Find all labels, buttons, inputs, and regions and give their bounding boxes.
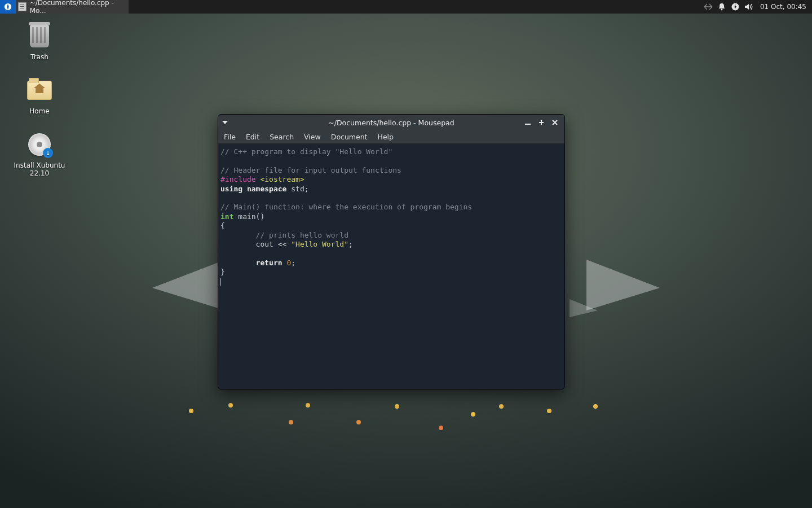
desktop-icon-trash[interactable]: Trash — [6, 23, 73, 61]
window-maximize-button[interactable] — [537, 119, 545, 126]
svg-point-1 — [721, 9, 723, 11]
trash-icon — [30, 25, 49, 47]
window-close-button[interactable] — [551, 119, 559, 126]
taskbar-item-mousepad[interactable]: ~/Documents/hello.cpp - Mo... — [16, 0, 129, 14]
window-minimize-button[interactable] — [524, 119, 532, 126]
desktop-icon-install[interactable]: ↓ Install Xubuntu 22.10 — [6, 131, 73, 177]
menu-file[interactable]: File — [224, 133, 236, 141]
network-icon[interactable] — [704, 2, 713, 11]
desktop-icon-home[interactable]: Home — [6, 77, 73, 115]
wallpaper-dot — [499, 404, 504, 409]
wallpaper-dot — [593, 404, 598, 409]
wallpaper-dots — [0, 395, 812, 440]
menubar: File Edit Search View Document Help — [218, 130, 564, 144]
window-titlebar[interactable]: ~/Documents/hello.cpp - Mousepad — [218, 115, 564, 130]
wallpaper-dot — [289, 420, 293, 424]
disc-icon: ↓ — [28, 133, 51, 156]
menu-help[interactable]: Help — [378, 133, 394, 141]
taskbar-item-label: ~/Documents/hello.cpp - Mo... — [30, 0, 123, 15]
wallpaper-dot — [471, 412, 475, 417]
download-badge-icon: ↓ — [43, 148, 53, 158]
folder-icon — [27, 81, 52, 100]
wallpaper-dot — [189, 409, 193, 413]
panel-clock[interactable]: 01 Oct, 00:45 — [758, 3, 806, 11]
wallpaper-dot — [439, 426, 443, 430]
menu-edit[interactable]: Edit — [246, 133, 259, 141]
desktop-icon-label: Trash — [30, 53, 48, 61]
window-menu-icon[interactable] — [218, 121, 232, 124]
window-title: ~/Documents/hello.cpp - Mousepad — [218, 119, 564, 127]
top-panel: ~/Documents/hello.cpp - Mo... 01 Oct, 00… — [0, 0, 812, 14]
wallpaper-dot — [395, 404, 399, 409]
notifications-icon[interactable] — [717, 2, 726, 11]
wallpaper-dot — [547, 409, 551, 413]
menu-search[interactable]: Search — [270, 133, 294, 141]
menu-document[interactable]: Document — [331, 133, 368, 141]
power-manager-icon[interactable] — [731, 2, 740, 11]
volume-icon[interactable] — [744, 2, 753, 11]
wallpaper-dot — [228, 403, 233, 408]
svg-rect-3 — [525, 124, 531, 125]
text-cursor — [220, 278, 221, 286]
desktop-icon-label: Install Xubuntu 22.10 — [14, 161, 65, 177]
wallpaper-dot — [306, 403, 310, 408]
wallpaper-dot — [356, 420, 361, 424]
text-editor-icon — [18, 2, 27, 11]
desktop-icons: Trash Home ↓ Install Xubuntu 22.10 — [6, 23, 73, 177]
desktop-icon-label: Home — [29, 107, 49, 115]
wallpaper-shape — [152, 260, 226, 310]
editor-textarea[interactable]: // C++ program to display "Hello World" … — [218, 144, 564, 389]
mousepad-window: ~/Documents/hello.cpp - Mousepad File Ed… — [218, 114, 565, 389]
applications-menu-button[interactable] — [0, 0, 16, 14]
menu-view[interactable]: View — [304, 133, 321, 141]
wallpaper-shape — [570, 299, 598, 317]
